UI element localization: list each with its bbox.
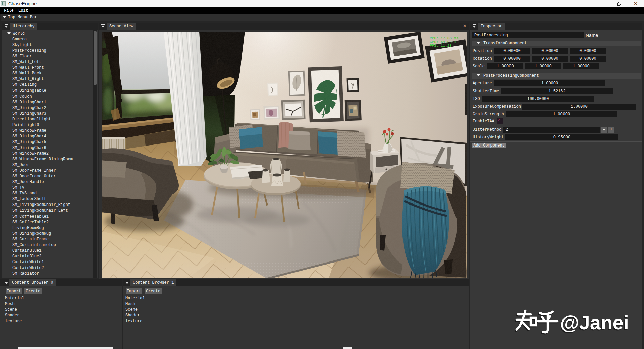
- svg-text:@Janei: @Janei: [560, 311, 629, 333]
